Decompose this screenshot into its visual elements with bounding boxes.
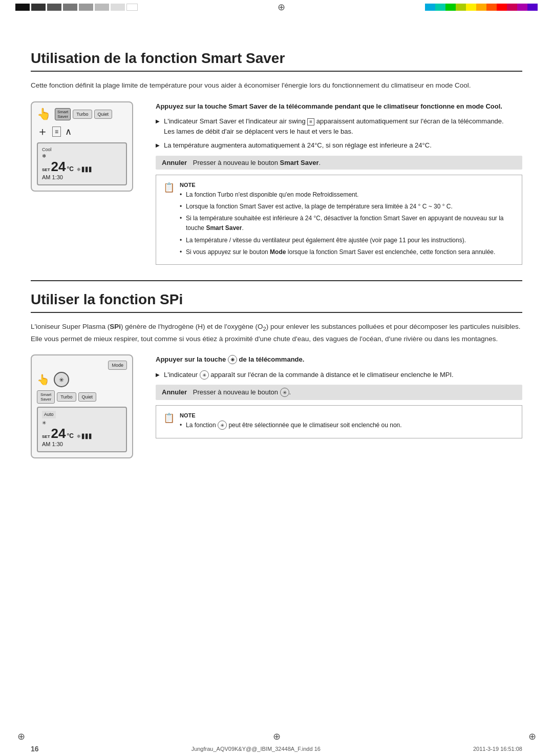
annuler-label-2: Annuler bbox=[162, 388, 187, 396]
plus-icon: ＋ bbox=[37, 124, 48, 139]
turbo-btn[interactable]: Turbo bbox=[73, 110, 92, 119]
note-icon-1: 📋 bbox=[163, 180, 175, 195]
section1-instructions: Appuyez sur la touche Smart Saver de la … bbox=[156, 101, 522, 265]
annuler-bar-1: Annuler Presser à nouveau le bouton Smar… bbox=[156, 156, 522, 170]
signal-icon-1: ▋▋▋ bbox=[82, 166, 93, 173]
snow-icon-2: ❈ bbox=[77, 433, 81, 440]
footer: 16 Jungfrau_AQV09K&Y@@_IBIM_32448A_F.ind… bbox=[0, 745, 553, 753]
snowflake-icon: ❄ bbox=[42, 153, 46, 160]
remote-illustration-2: Mode 👆 ✳ SmartSaver Turbo Quiet Auto ✳ bbox=[31, 354, 143, 463]
note-list-2: La fonction ✳ peut être sélectionnée que… bbox=[180, 421, 402, 430]
note-item-4: La température / vitesse du ventilateur … bbox=[180, 236, 515, 245]
smart-saver-bold-2: Smart Saver bbox=[280, 159, 319, 166]
remote-device-1: 👆 SmartSaver Turbo Quiet ＋ ≡ ∧ Cool ❄ bbox=[31, 101, 133, 192]
signal-icon-2: ▋▋▋ bbox=[82, 433, 93, 440]
file-info: Jungfrau_AQV09K&Y@@_IBIM_32448A_F.indd 1… bbox=[192, 746, 321, 752]
time-2: 1:30 bbox=[52, 441, 63, 447]
note-item-1: La fonction Turbo n'est disponible qu'en… bbox=[180, 190, 515, 200]
note-item-spi: La fonction ✳ peut être sélectionnée que… bbox=[180, 421, 402, 430]
note-inner-1: 📋 NOTE La fonction Turbo n'est disponibl… bbox=[163, 180, 515, 259]
air-swing-icon: ≡ bbox=[307, 118, 314, 125]
note-box-1: 📋 NOTE La fonction Turbo n'est disponibl… bbox=[156, 175, 522, 265]
hand-icon: 👆 bbox=[37, 108, 51, 121]
section2-bullet1: L'indicateur ✳ apparaît sur l'écran de l… bbox=[156, 370, 522, 380]
section2-intro: L'ioniseur Super Plasma (SPi) génère de … bbox=[31, 321, 522, 344]
crosshair-top-center bbox=[276, 2, 287, 13]
top-decoration-bar bbox=[0, 0, 553, 14]
spi-hand-icon: 👆 bbox=[37, 373, 50, 386]
section2: Utiliser la fonction SPi L'ioniseur Supe… bbox=[31, 280, 522, 463]
note-icon-2: 📋 bbox=[163, 411, 175, 426]
smart-saver-btn-2[interactable]: SmartSaver bbox=[37, 390, 55, 404]
section1-instr-heading: Appuyez sur la touche Smart Saver de la … bbox=[156, 101, 522, 112]
annuler-label-1: Annuler bbox=[162, 159, 187, 166]
note-content-wrapper-2: NOTE La fonction ✳ peut être sélectionné… bbox=[180, 411, 402, 432]
note-content-wrapper: NOTE La fonction Turbo n'est disponible … bbox=[180, 180, 515, 259]
note-list-1: La fonction Turbo n'est disponible qu'en… bbox=[180, 190, 515, 257]
up-arrow-icon: ∧ bbox=[65, 126, 72, 137]
remote-screen-2: Auto ✳ SET 24 °C ❈ ▋▋▋ AM 1:30 bbox=[37, 407, 127, 452]
screen-time-row-2: AM 1:30 bbox=[42, 440, 122, 448]
spi-indicator-icon: ✳ bbox=[200, 370, 209, 380]
main-content: Utilisation de la fonction Smart Saver C… bbox=[0, 30, 553, 503]
section2-instr-heading: Appuyer sur la touche ✳ de la télécomman… bbox=[156, 354, 522, 365]
gray-bars bbox=[15, 4, 138, 11]
note-content-1: La fonction Turbo n'est disponible qu'en… bbox=[180, 190, 515, 257]
remote-device-2: Mode 👆 ✳ SmartSaver Turbo Quiet Auto ✳ bbox=[31, 354, 133, 458]
note-item-2: Lorsque la fonction Smart Saver est acti… bbox=[180, 202, 515, 212]
temp-unit-2: °C bbox=[67, 432, 73, 440]
time-1: 1:30 bbox=[52, 174, 63, 180]
section1-title: Utilisation de la fonction Smart Saver bbox=[31, 50, 522, 72]
screen-cool-label: Cool bbox=[42, 146, 122, 153]
crosshair-bottom-right bbox=[526, 731, 538, 742]
smart-saver-btn[interactable]: SmartSaver bbox=[55, 108, 71, 120]
section2-body: Mode 👆 ✳ SmartSaver Turbo Quiet Auto ✳ bbox=[31, 354, 522, 463]
screen-temp-2: 24 bbox=[51, 427, 66, 440]
remote-illustration-1: 👆 SmartSaver Turbo Quiet ＋ ≡ ∧ Cool ❄ bbox=[31, 101, 143, 265]
section1-body: 👆 SmartSaver Turbo Quiet ＋ ≡ ∧ Cool ❄ bbox=[31, 101, 522, 265]
mode-btn-2[interactable]: Mode bbox=[108, 361, 127, 370]
color-blocks-top bbox=[425, 4, 538, 11]
remote-icons-row: ＋ ≡ ∧ bbox=[37, 124, 127, 139]
note-box-2: 📋 NOTE La fonction ✳ peut être sélection… bbox=[156, 405, 522, 438]
page-number: 16 bbox=[31, 745, 39, 753]
am-label-2: AM bbox=[42, 441, 51, 447]
smart-saver-bold: Smart Saver bbox=[228, 102, 267, 110]
spi-note-icon: ✳ bbox=[218, 421, 227, 430]
section1-intro: Cette fonction définit la plage limite d… bbox=[31, 80, 522, 91]
remote-screen-1: Cool ❄ SET 24 °C ❈ ▋▋▋ AM 1:30 bbox=[37, 142, 127, 186]
bullet2: La température augmentera automatiquemen… bbox=[156, 140, 522, 151]
screen-auto-label: Auto bbox=[42, 411, 56, 418]
turbo-btn-2[interactable]: Turbo bbox=[57, 392, 76, 402]
crosshair-bottom-center bbox=[271, 731, 282, 742]
spi-circle-btn[interactable]: ✳ bbox=[54, 372, 69, 387]
note-label-2: NOTE bbox=[180, 412, 196, 418]
set-label-1: SET bbox=[42, 167, 50, 173]
am-label-1: AM bbox=[42, 174, 51, 180]
spi-cancel-icon: ✳ bbox=[280, 388, 289, 397]
annuler-bar-2: Annuler Presser à nouveau le bouton ✳. bbox=[156, 385, 522, 400]
date-info: 2011-3-19 16:51:08 bbox=[473, 746, 522, 752]
quiet-btn[interactable]: Quiet bbox=[94, 110, 113, 119]
crosshair-bottom-left bbox=[15, 731, 27, 742]
section2-instructions: Appuyer sur la touche ✳ de la télécomman… bbox=[156, 354, 522, 463]
screen-time-row-1: AM 1:30 bbox=[42, 174, 122, 181]
set-label-2: SET bbox=[42, 434, 50, 439]
note-content-2: La fonction ✳ peut être sélectionnée que… bbox=[180, 421, 402, 430]
bottom-decoration-bar bbox=[0, 729, 553, 744]
note-item-5: Si vous appuyez sur le bouton Mode lorsq… bbox=[180, 247, 515, 257]
quiet-btn-2[interactable]: Quiet bbox=[78, 392, 97, 402]
note-label-1: NOTE bbox=[180, 182, 196, 188]
section2-title: Utiliser la fonction SPi bbox=[31, 291, 522, 313]
airswing-icon: ≡ bbox=[52, 127, 61, 137]
screen-temp-1: 24 bbox=[51, 160, 66, 173]
note-inner-2: 📋 NOTE La fonction ✳ peut être sélection… bbox=[163, 411, 515, 432]
bullet1: L'indicateur Smart Saver et l'indicateur… bbox=[156, 116, 522, 136]
spi-button-icon: ✳ bbox=[228, 355, 237, 364]
note-item-3: Si la température souhaitée est inférieu… bbox=[180, 214, 515, 233]
temp-unit-1: °C bbox=[67, 165, 73, 174]
snow-icon-1: ❈ bbox=[77, 166, 81, 173]
